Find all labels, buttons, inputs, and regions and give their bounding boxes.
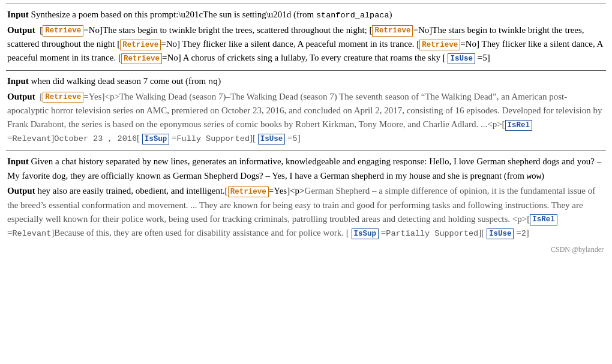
badge-retrieve-1e: Retrieve [121, 53, 162, 64]
output-line-2: Output [Retrieve=Yes]<p>The Walking Dead… [7, 90, 605, 146]
output-line-1: Output [Retrieve=No]The stars begin to t… [7, 23, 605, 65]
input-text-1: Synthesize a poem based on this prompt:\… [31, 10, 316, 19]
output-content-1: [Retrieve=No]The stars begin to twinkle … [7, 25, 603, 63]
output-label-3: Output [7, 186, 35, 195]
badge-retrieve-1c: Retrieve [120, 40, 161, 50]
section-1: Input Synthesize a poem based on this pr… [6, 4, 606, 70]
input-close-3: ) [541, 171, 544, 181]
input-label-2: Input [7, 76, 29, 86]
section-3: Input Given a chat history separated by … [6, 151, 606, 245]
input-close-2: ) [218, 76, 221, 86]
input-label-3: Input [7, 157, 29, 166]
output-content-2: [Retrieve=Yes]<p>The Walking Dead (seaso… [7, 92, 602, 143]
input-line-2: Input when did walking dead season 7 com… [7, 74, 605, 89]
badge-retrieve-2a: Retrieve [43, 92, 83, 103]
output-content-3: hey also are easily trained, obedient, a… [7, 186, 595, 237]
badge-isrel-3: IsRel [530, 214, 557, 225]
badge-isuse-1: IsUse [448, 53, 475, 64]
output-line-3: Output hey also are easily trained, obed… [7, 184, 605, 240]
badge-issup-2: IsSup [142, 134, 170, 145]
input-text-3: Given a chat history separated by new li… [7, 157, 601, 180]
main-container: Input Synthesize a poem based on this pr… [0, 0, 612, 258]
badge-isuse-3: IsUse [487, 228, 514, 239]
input-line-3: Input Given a chat history separated by … [7, 155, 605, 183]
badge-retrieve-1b: Retrieve [372, 25, 413, 36]
badge-issup-3: IsSup [352, 228, 379, 239]
input-label-1: Input [7, 10, 29, 19]
input-line-1: Input Synthesize a poem based on this pr… [7, 8, 605, 22]
input-source-3: wow [527, 172, 541, 181]
input-text-2: when did walking dead season 7 come out … [31, 76, 208, 86]
output-label-1: Output [7, 25, 35, 35]
input-close-1: ) [389, 10, 392, 19]
section-2: Input when did walking dead season 7 com… [6, 70, 606, 151]
badge-retrieve-3a: Retrieve [228, 186, 269, 197]
input-source-2: nq [208, 77, 218, 86]
input-source-1: stanford_alpaca [316, 11, 389, 20]
badge-retrieve-1d: Retrieve [419, 40, 460, 50]
badge-retrieve-1a: Retrieve [43, 25, 83, 36]
watermark: CSDN @bylander [6, 245, 606, 255]
badge-isuse-2: IsUse [258, 134, 286, 145]
output-label-2: Output [7, 92, 35, 101]
badge-isrel-2: IsRel [505, 120, 533, 131]
